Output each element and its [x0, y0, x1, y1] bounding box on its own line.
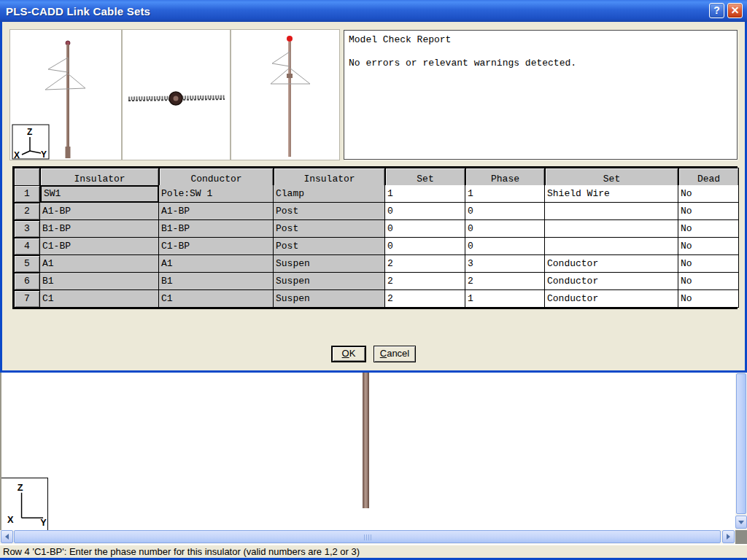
row-header[interactable]: 2 — [14, 203, 40, 220]
table-cell[interactable]: A1-BP — [40, 203, 159, 220]
svg-text:Y: Y — [40, 517, 47, 528]
svg-text:X: X — [14, 150, 20, 160]
table-cell[interactable]: B1-BP — [40, 220, 159, 238]
svg-text:Z: Z — [27, 127, 32, 137]
table-cell[interactable]: Suspen — [274, 290, 385, 308]
status-message: Row 4 'C1-BP': Enter the phase number fo… — [3, 546, 360, 557]
vertical-scrollbar-thumb[interactable] — [736, 373, 746, 514]
table-cell[interactable] — [545, 203, 678, 220]
table-cell-selected[interactable]: SW1 — [40, 185, 159, 203]
table-cell[interactable]: No — [678, 238, 739, 255]
application-screen: Z X Y Row 4 'C1-BP': Enter the phase num… — [0, 0, 747, 560]
preview-pane-top-view — [122, 29, 231, 160]
table-cell[interactable]: 2 — [465, 273, 545, 290]
table-cell[interactable]: 0 — [465, 220, 545, 238]
table-cell[interactable]: 1 — [465, 290, 545, 308]
chevron-right-icon — [727, 534, 730, 540]
pole-top-view-drawing — [123, 30, 230, 160]
table-cell[interactable]: 0 — [385, 238, 465, 255]
link-cable-sets-dialog: PLS-CADD Link Cable Sets ? ✕ Z X Y — [0, 0, 747, 373]
vertical-scrollbar[interactable] — [735, 373, 747, 530]
close-button[interactable]: ✕ — [727, 3, 743, 18]
scrollbar-grip-icon — [364, 534, 371, 540]
preview-pane-side-view: Z X Y — [9, 29, 122, 160]
table-cell[interactable]: 2 — [385, 290, 465, 308]
table-cell[interactable]: C1-BP — [40, 238, 159, 255]
close-icon: ✕ — [731, 4, 740, 16]
help-icon: ? — [713, 4, 720, 16]
table-cell[interactable]: Suspen — [274, 255, 385, 273]
chevron-down-icon — [738, 521, 744, 524]
row-header[interactable]: 1 — [14, 185, 40, 203]
scrollbar-corner — [735, 530, 747, 544]
table-cell[interactable]: No — [678, 290, 739, 308]
table-cell[interactable]: Post — [274, 203, 385, 220]
table-cell[interactable] — [545, 220, 678, 238]
table-cell[interactable]: 0 — [385, 220, 465, 238]
table-cell[interactable]: Shield Wire — [545, 185, 678, 203]
dialog-titlebar[interactable]: PLS-CADD Link Cable Sets ? ✕ — [0, 0, 747, 22]
scroll-down-button[interactable] — [735, 516, 747, 529]
axis-indicator-drawing: Z X Y — [1, 478, 47, 530]
scroll-left-button[interactable] — [1, 530, 13, 543]
chevron-left-icon — [5, 534, 9, 540]
table-cell[interactable]: Conductor — [545, 273, 678, 290]
axis-indicator: Z X Y — [1, 478, 48, 530]
svg-text:X: X — [7, 514, 14, 525]
table-cell[interactable]: 1 — [385, 185, 465, 203]
table-cell[interactable]: No — [678, 273, 739, 290]
horizontal-scrollbar[interactable] — [0, 530, 735, 544]
table-cell[interactable]: A1 — [159, 255, 274, 273]
table-cell[interactable]: No — [678, 203, 739, 220]
table-cell[interactable]: No — [678, 220, 739, 238]
table-cell[interactable]: A1 — [40, 255, 159, 273]
cable-sets-table: Insulator Label Conductor Attach Label I… — [12, 166, 738, 309]
table-cell[interactable]: 0 — [465, 238, 545, 255]
table-cell[interactable]: A1-BP — [159, 203, 274, 220]
table-cell[interactable]: 0 — [385, 203, 465, 220]
row-header[interactable]: 7 — [14, 290, 40, 308]
table-cell[interactable]: 3 — [465, 255, 545, 273]
table-cell[interactable]: Suspen — [274, 273, 385, 290]
table-cell[interactable]: B1 — [40, 273, 159, 290]
row-header[interactable]: 6 — [14, 273, 40, 290]
svg-text:Y: Y — [41, 149, 47, 160]
table-cell[interactable]: C1 — [159, 290, 274, 308]
table-cell[interactable]: Pole:SW 1 — [159, 185, 274, 203]
dialog-button-row: OK Cancel — [2, 346, 745, 362]
table-cell[interactable]: 0 — [465, 203, 545, 220]
table-cell[interactable]: 2 — [385, 273, 465, 290]
status-bar: Row 4 'C1-BP': Enter the phase number fo… — [0, 545, 747, 558]
cancel-button[interactable]: Cancel — [374, 346, 416, 362]
row-header[interactable]: 5 — [14, 255, 40, 273]
pole-drawing — [363, 373, 369, 508]
row-header[interactable]: 4 — [14, 238, 40, 255]
scroll-right-button[interactable] — [722, 530, 735, 543]
table-cell[interactable] — [545, 238, 678, 255]
row-header[interactable]: 3 — [14, 220, 40, 238]
horizontal-scrollbar-thumb[interactable] — [14, 530, 721, 543]
pole-side-view-drawing: Z X Y — [10, 30, 121, 160]
table-cell[interactable]: No — [678, 185, 739, 203]
help-button[interactable]: ? — [709, 3, 724, 18]
dialog-title: PLS-CADD Link Cable Sets — [0, 5, 150, 18]
table-cell[interactable]: Post — [274, 238, 385, 255]
table-cell[interactable]: C1 — [40, 290, 159, 308]
table-cell[interactable]: No — [678, 255, 739, 273]
table-cell[interactable]: Conductor — [545, 255, 678, 273]
table-cell[interactable]: Conductor — [545, 290, 678, 308]
table-cell[interactable]: Clamp — [274, 185, 385, 203]
table-cell[interactable]: 2 — [385, 255, 465, 273]
model-check-report[interactable]: Model Check Report No errors or relevant… — [344, 30, 738, 160]
svg-text:Z: Z — [18, 482, 23, 493]
pole-front-view-drawing — [231, 30, 339, 160]
table-cell[interactable]: B1-BP — [159, 220, 274, 238]
ok-button[interactable]: OK — [331, 346, 366, 362]
table-cell[interactable]: Post — [274, 220, 385, 238]
preview-pane-front-view — [231, 29, 340, 160]
table-cell[interactable]: B1 — [159, 273, 274, 290]
table-cell[interactable]: C1-BP — [159, 238, 274, 255]
table-cell[interactable]: 1 — [465, 185, 545, 203]
